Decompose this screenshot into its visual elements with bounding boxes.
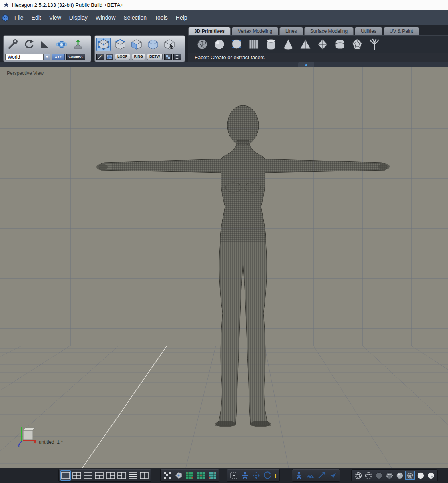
select-edges-button[interactable] (113, 38, 127, 51)
fly-camera-button[interactable] (327, 470, 338, 481)
pixel-grid-button[interactable] (162, 470, 173, 481)
coordinate-space-value: World (5, 54, 44, 60)
select-object-button[interactable] (146, 38, 160, 51)
primitive-pyramid-button[interactable] (298, 37, 313, 52)
primitive-dodecahedron-button[interactable] (350, 37, 365, 52)
seat-view-button[interactable] (240, 470, 250, 481)
seat-view-icon (241, 471, 249, 479)
grow-selection-button[interactable] (164, 54, 172, 60)
bottom-toolbar: ! (0, 468, 448, 483)
menu-tools[interactable]: Tools (151, 14, 172, 21)
layout-single-button[interactable] (60, 470, 71, 481)
universal-manipulator-button[interactable] (54, 38, 69, 51)
shading-textured-button[interactable] (416, 471, 425, 480)
primitives-toolbar (188, 35, 448, 53)
layout-quad-button[interactable] (72, 470, 82, 481)
loop-select-button[interactable] (173, 54, 181, 60)
layout-two-columns-button[interactable] (139, 470, 149, 481)
layout-two-rows-button[interactable] (83, 470, 93, 481)
select-points-button[interactable] (96, 38, 111, 51)
layout-three-rows-button[interactable] (128, 470, 138, 481)
tab-utilities[interactable]: Utilities (355, 27, 382, 36)
collapse-panel-button[interactable]: ▲ (298, 62, 314, 67)
uv-grid-b-button[interactable] (196, 470, 206, 481)
layout-one-top-two-bottom-button[interactable] (94, 470, 104, 481)
menu-selection[interactable]: Selection (119, 14, 151, 21)
tab-uv-paint[interactable]: UV & Paint (384, 27, 419, 36)
fly-camera-icon (329, 471, 337, 479)
layout-three-rows-icon (129, 472, 137, 479)
primitive-chamfer-box-button[interactable] (332, 37, 348, 52)
title-bar: Hexagon 2.5.2.133 (32-bit) Public Build … (0, 0, 448, 10)
layout-left-two-right-one-button[interactable] (117, 470, 127, 481)
primitive-cylinder-button[interactable] (263, 37, 279, 52)
area-select-button[interactable] (106, 54, 113, 60)
primitive-cone-button[interactable] (281, 37, 296, 52)
pan-view-button[interactable] (251, 470, 261, 481)
primitive-sphere-icon (213, 38, 226, 51)
paint-select-button[interactable] (96, 54, 104, 60)
material-tag-icon (175, 471, 183, 479)
select-auto-button[interactable] (162, 38, 177, 51)
primitive-tree-icon (368, 38, 381, 51)
shading-smooth-wire-icon (406, 472, 414, 479)
xyz-axes-button[interactable]: XYZ (52, 54, 65, 60)
camera-space-button[interactable]: CAMERA (66, 54, 85, 60)
shading-wireframe-button[interactable] (353, 471, 363, 480)
translate-tool-button[interactable] (5, 38, 20, 51)
select-faces-button[interactable] (129, 38, 144, 51)
primitive-geosphere-button[interactable] (229, 37, 244, 52)
menu-view[interactable]: View (45, 14, 65, 21)
orbit-camera-button[interactable] (305, 470, 315, 481)
perspective-viewport[interactable]: Perspective View X Z untitled_1 * (0, 67, 448, 468)
soft-selection-button[interactable] (71, 38, 85, 51)
loop-button[interactable]: LOOP (115, 54, 130, 60)
walk-mode-button[interactable] (294, 470, 304, 481)
primitive-facet-button[interactable] (195, 37, 210, 52)
tab-3d-primitives[interactable]: 3D Primitives (188, 27, 231, 36)
menu-help[interactable]: Help (172, 14, 191, 21)
rotate-tool-button[interactable] (22, 38, 36, 51)
viewport-layout-group (58, 469, 151, 482)
menu-edit[interactable]: Edit (28, 14, 45, 21)
shading-flat-button[interactable] (374, 471, 384, 480)
uv-grid-a-button[interactable] (185, 470, 195, 481)
layout-left-one-right-two-button[interactable] (105, 470, 116, 481)
walk-mode-icon (295, 471, 303, 479)
shading-hidden-line-button[interactable] (364, 471, 373, 480)
orbit-view-button[interactable] (262, 470, 273, 481)
menu-display[interactable]: Display (65, 14, 92, 21)
ring-button[interactable]: RING (132, 54, 146, 60)
shading-textured-lit-button[interactable] (426, 471, 436, 480)
tab-surface-modeling[interactable]: Surface Modeling (304, 27, 354, 36)
shading-modes-group (351, 469, 438, 481)
shading-smooth-wire-button[interactable] (405, 471, 415, 480)
between-button[interactable]: BETW (147, 54, 163, 60)
uv-grid-b-icon (197, 471, 205, 479)
shading-flat-wire-button[interactable] (384, 471, 394, 480)
tool-tabs: 3D Primitives Vertex Modeling Lines Surf… (188, 27, 419, 35)
menu-file[interactable]: File (10, 14, 28, 21)
marquee-select-button[interactable] (229, 470, 239, 481)
primitive-sphere-button[interactable] (212, 37, 227, 52)
primitive-tree-button[interactable] (367, 37, 382, 52)
select-edges-icon (114, 38, 127, 50)
material-tag-button[interactable] (173, 470, 184, 481)
shading-smooth-button[interactable] (395, 471, 404, 480)
rotate-tool-icon (23, 39, 34, 50)
menu-window[interactable]: Window (92, 14, 120, 21)
shading-textured-lit-icon (427, 472, 435, 479)
coordinate-space-dropdown[interactable]: World ▼ (5, 54, 50, 60)
model-wireframe[interactable] (96, 105, 390, 427)
scale-tool-button[interactable] (38, 38, 52, 51)
area-select-icon (107, 55, 112, 59)
uv-grid-c-button[interactable] (207, 470, 217, 481)
tab-vertex-modeling[interactable]: Vertex Modeling (232, 27, 278, 36)
window-title: Hexagon 2.5.2.133 (32-bit) Public Build … (12, 2, 123, 8)
chevron-down-icon[interactable]: ▼ (44, 54, 50, 60)
primitive-gem-button[interactable] (315, 37, 330, 52)
tab-lines[interactable]: Lines (279, 27, 303, 36)
primitive-grid-button[interactable] (246, 37, 261, 52)
pan-camera-button[interactable] (316, 470, 327, 481)
viewport-canvas[interactable] (0, 67, 448, 468)
